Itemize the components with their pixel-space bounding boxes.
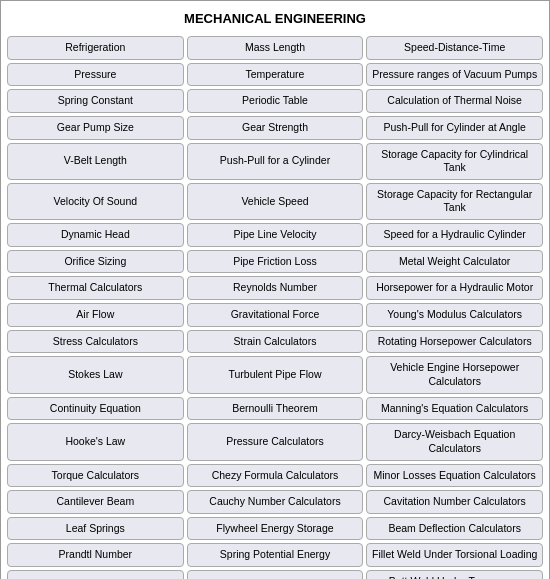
- calc-button[interactable]: Chezy Formula Calculators: [187, 464, 364, 488]
- calc-button[interactable]: Bernoulli Theorem: [187, 397, 364, 421]
- page-title: MECHANICAL ENGINEERING: [5, 5, 545, 34]
- calc-button[interactable]: Pipe Friction Loss: [187, 250, 364, 274]
- calc-button[interactable]: Strain Calculators: [187, 330, 364, 354]
- calc-button[interactable]: Hooke's Law: [7, 423, 184, 460]
- calc-button[interactable]: Beam Deflection Calculators: [366, 517, 543, 541]
- calc-button[interactable]: Horsepower for a Hydraulic Motor: [366, 276, 543, 300]
- grid-container: RefrigerationMass LengthSpeed-Distance-T…: [5, 34, 545, 579]
- calc-button[interactable]: Vehicle Engine Horsepower Calculators: [366, 356, 543, 393]
- calc-button[interactable]: Vehicle Speed: [187, 183, 364, 220]
- calc-button[interactable]: Orifice Sizing: [7, 250, 184, 274]
- calc-button[interactable]: Velocity Of Sound: [7, 183, 184, 220]
- calc-button[interactable]: Temperature: [187, 63, 364, 87]
- calc-button[interactable]: Mass Length: [187, 36, 364, 60]
- calc-button[interactable]: Thermal Calculators: [7, 276, 184, 300]
- calc-button[interactable]: Pressure Calculators: [187, 423, 364, 460]
- calc-button[interactable]: Pressure: [7, 63, 184, 87]
- calc-button[interactable]: Rotating Horsepower Calculators: [366, 330, 543, 354]
- calc-button[interactable]: Speed-Distance-Time: [366, 36, 543, 60]
- calc-button[interactable]: Butt Weld Under Transverse Loading: [366, 570, 543, 579]
- calc-button[interactable]: Pipe Contraction: [7, 570, 184, 579]
- calc-button[interactable]: Darcy-Weisbach Equation Calculators: [366, 423, 543, 460]
- calc-button[interactable]: Prandtl Number: [7, 543, 184, 567]
- calc-button[interactable]: Cauchy Number Calculators: [187, 490, 364, 514]
- calc-button[interactable]: Turbulent Pipe Flow: [187, 356, 364, 393]
- calc-button[interactable]: Push-Pull for a Cylinder: [187, 143, 364, 180]
- calc-button[interactable]: Storage Capacity for Rectangular Tank: [366, 183, 543, 220]
- calc-button[interactable]: Cavitation Number Calculators: [366, 490, 543, 514]
- calc-button[interactable]: Reynolds Number: [187, 276, 364, 300]
- calc-button[interactable]: Air Flow: [7, 303, 184, 327]
- calc-button[interactable]: Gear Pump Size: [7, 116, 184, 140]
- calc-button[interactable]: K Value & Pipe Length: [187, 570, 364, 579]
- calc-button[interactable]: Dynamic Head: [7, 223, 184, 247]
- calc-button[interactable]: Speed for a Hydraulic Cylinder: [366, 223, 543, 247]
- calc-button[interactable]: Pressure ranges of Vacuum Pumps: [366, 63, 543, 87]
- calc-button[interactable]: Minor Losses Equation Calculators: [366, 464, 543, 488]
- calc-button[interactable]: Spring Constant: [7, 89, 184, 113]
- calc-button[interactable]: V-Belt Length: [7, 143, 184, 180]
- calc-button[interactable]: Refrigeration: [7, 36, 184, 60]
- calc-button[interactable]: Push-Pull for Cylinder at Angle: [366, 116, 543, 140]
- calc-button[interactable]: Torque Calculators: [7, 464, 184, 488]
- calc-button[interactable]: Young's Modulus Calculators: [366, 303, 543, 327]
- calc-button[interactable]: Metal Weight Calculator: [366, 250, 543, 274]
- page-container: MECHANICAL ENGINEERING RefrigerationMass…: [0, 0, 550, 579]
- calc-button[interactable]: Spring Potential Energy: [187, 543, 364, 567]
- calc-button[interactable]: Periodic Table: [187, 89, 364, 113]
- calc-button[interactable]: Manning's Equation Calculators: [366, 397, 543, 421]
- calc-button[interactable]: Stress Calculators: [7, 330, 184, 354]
- calc-button[interactable]: Fillet Weld Under Torsional Loading: [366, 543, 543, 567]
- calc-button[interactable]: Leaf Springs: [7, 517, 184, 541]
- calc-button[interactable]: Stokes Law: [7, 356, 184, 393]
- calc-button[interactable]: Cantilever Beam: [7, 490, 184, 514]
- calc-button[interactable]: Gear Strength: [187, 116, 364, 140]
- calc-button[interactable]: Gravitational Force: [187, 303, 364, 327]
- calc-button[interactable]: Pipe Line Velocity: [187, 223, 364, 247]
- calc-button[interactable]: Calculation of Thermal Noise: [366, 89, 543, 113]
- calc-button[interactable]: Flywheel Energy Storage: [187, 517, 364, 541]
- calc-button[interactable]: Continuity Equation: [7, 397, 184, 421]
- calc-button[interactable]: Storage Capacity for Cylindrical Tank: [366, 143, 543, 180]
